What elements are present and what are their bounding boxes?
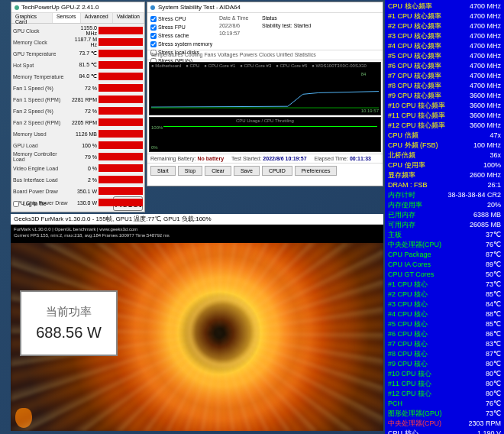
stat-val: 85℃ (486, 290, 501, 300)
aida-app-icon (150, 5, 155, 10)
stat-row: 图形处理器(GPU)73℃ (388, 409, 501, 419)
sensor-bar (99, 96, 143, 103)
stress-checkbox[interactable] (150, 41, 157, 47)
save-button[interactable]: Save (234, 166, 260, 176)
stat-val: 76℃ (486, 240, 501, 250)
temperature-chart: ● Motherboard● CPU● CPU Core #1● CPU Cor… (149, 62, 381, 115)
stat-key: #4 CPU 核心频率 (388, 41, 441, 51)
log-to-file-checkbox[interactable] (13, 201, 19, 207)
chart-scale: 10.19.57 (361, 108, 379, 113)
sensor-label: GPU Clock (13, 28, 69, 34)
stat-row: #3 CPU 核心频率4700 MHz (388, 31, 501, 41)
stat-row: #4 CPU 核心88℃ (388, 309, 501, 319)
sensor-label: Fan 2 Speed (RPM) (13, 120, 69, 125)
stat-key: CPU 使用率 (388, 160, 425, 170)
tab-validation[interactable]: Validation (113, 13, 144, 23)
stress-checkbox[interactable] (150, 24, 157, 31)
stat-row: #9 CPU 核心80℃ (388, 359, 501, 369)
clear-button[interactable]: Clear (205, 166, 231, 176)
stat-row: 中央处理器(CPU)76℃ (388, 240, 501, 250)
stat-key: 内存使用率 (388, 200, 422, 210)
tab-sensors[interactable]: Sensors (53, 13, 81, 23)
stat-val: 4700 MHz (470, 2, 501, 11)
sensor-bar (99, 27, 143, 34)
stat-val: 4700 MHz (470, 31, 501, 41)
stat-row: #6 CPU 核心86℃ (388, 329, 501, 339)
stress-check[interactable]: Stress cache (150, 31, 215, 40)
tab-advanced[interactable]: Advanced (81, 13, 113, 23)
sensor-label: Memory Used (13, 131, 69, 137)
stat-val: 76℃ (486, 399, 501, 409)
preferences-button[interactable]: Preferences (295, 166, 338, 176)
aida-window: System Stability Test - AIDA64 Stress CP… (147, 2, 383, 186)
legend-item: ● CPU Core #1 (204, 63, 235, 68)
elapsed-value: 00:11:33 (350, 156, 371, 161)
sensor-value: 1126 MB (69, 131, 99, 137)
stat-val: 83℃ (486, 339, 501, 349)
stat-key: #7 CPU 核心 (388, 339, 428, 349)
sensor-bar (99, 61, 143, 69)
stat-key: 图形处理器(GPU) (388, 409, 442, 419)
gpuz-tabs: Graphics Card Sensors Advanced Validatio… (11, 13, 144, 24)
sensor-value: 72 % (69, 86, 99, 91)
stat-val: 20% (487, 200, 501, 210)
aida-titlebar[interactable]: System Stability Test - AIDA64 (147, 2, 383, 13)
sensor-row: GPU Clock1155.0 MHz (13, 25, 143, 36)
stat-val: 4700 MHz (470, 81, 501, 91)
furmark-titlebar[interactable]: Geeks3D FurMark v1.30.0.0 - 155帧, GPU1 温… (11, 214, 383, 225)
stop-button[interactable]: Stop (178, 166, 202, 176)
sensor-bar (99, 141, 143, 149)
stat-key: #10 CPU 核心频率 (388, 101, 445, 111)
stat-row: #10 CPU 核心80℃ (388, 369, 501, 379)
info-label: Status (262, 15, 277, 22)
gpuz-app-icon (15, 5, 19, 10)
stress-check[interactable]: Stress CPU (150, 15, 215, 23)
stat-val: 84℃ (486, 300, 501, 309)
sensor-bar (99, 199, 143, 206)
stat-row: CPU IA Cores89℃ (388, 260, 501, 270)
legend-item: ● WDS100T3X0C-00SJG0 (312, 63, 367, 68)
stat-key: CPU Package (388, 250, 431, 260)
stat-val: 80℃ (486, 379, 501, 389)
sensor-row: Fan 2 Speed (%)72 % (13, 105, 143, 116)
stat-key: #2 CPU 核心 (388, 290, 428, 300)
start-button[interactable]: Start (150, 166, 176, 176)
info-value: 2022/8/6 10:19:57 (219, 22, 262, 37)
stat-row: CPU 外频 (FSB)100 MHz (388, 141, 501, 151)
stat-val: 85℃ (486, 319, 501, 329)
sensor-bar (99, 187, 143, 195)
stat-row: #11 CPU 核心80℃ (388, 379, 501, 389)
sensor-row: Fan 1 Speed (RPM)2281 RPM (13, 94, 143, 105)
stress-checkbox[interactable] (150, 16, 157, 22)
sensor-label: Memory Controller Load (13, 151, 69, 162)
stress-check[interactable]: Stress FPU (150, 23, 215, 31)
sensor-row: GPU Load100 % (13, 140, 143, 151)
stat-key: #2 CPU 核心频率 (388, 21, 441, 31)
cpuid-button[interactable]: CPUID (262, 166, 292, 176)
gpuz-titlebar[interactable]: TechPowerUp GPU-Z 2.41.0 (11, 2, 144, 13)
stat-row: #4 CPU 核心频率4700 MHz (388, 41, 501, 51)
sensor-bar (99, 153, 143, 160)
stat-val: 73℃ (486, 280, 501, 290)
sensor-value: 73.7 ℃ (69, 50, 99, 57)
stat-val: 80℃ (486, 389, 501, 399)
sensor-row: Video Engine Load0 % (13, 163, 143, 173)
stat-key: #11 CPU 核心 (388, 379, 431, 389)
tab-graphics-card[interactable]: Graphics Card (11, 13, 53, 23)
legend-item: ● CPU Core #3 (240, 63, 271, 68)
stat-key: #4 CPU 核心 (388, 309, 428, 319)
stat-key: #3 CPU 核心频率 (388, 31, 441, 41)
sensor-label: Fan 2 Speed (%) (13, 108, 69, 114)
stress-checkbox[interactable] (150, 33, 157, 39)
cpu-usage-line (163, 126, 377, 127)
stat-row: DRAM : FSB26:1 (388, 180, 501, 190)
stat-key: 内存计时 (388, 190, 415, 200)
sensor-bar (99, 73, 143, 80)
legend-item: ● Motherboard (151, 63, 181, 68)
stat-val: 2600 MHz (470, 170, 501, 180)
sensor-row: Memory Used1126 MB (13, 128, 143, 139)
stat-val: 47x (489, 131, 501, 141)
sensor-label: GPU Load (13, 143, 69, 148)
stat-key: 北桥倍频 (388, 151, 415, 160)
stress-check[interactable]: Stress system memory (150, 40, 215, 48)
